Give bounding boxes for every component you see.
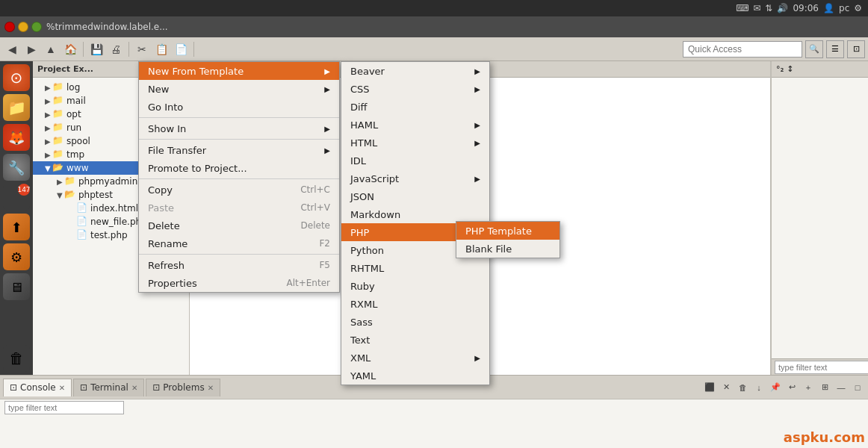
screen-icon[interactable]: 🖥: [3, 273, 30, 300]
php-submenu-item-blank[interactable]: Blank File: [456, 240, 559, 258]
submenu-item-rxml[interactable]: RXML: [341, 295, 489, 313]
forward-button[interactable]: ▶: [22, 40, 40, 58]
arrow-icon-file-transfer: ▶: [324, 146, 330, 155]
tab-label-console: Console: [20, 382, 56, 393]
upload-icon[interactable]: ⬆: [3, 214, 30, 240]
console-filter-input[interactable]: [4, 401, 124, 414]
tree-label-index: index.html: [90, 203, 138, 214]
up-button[interactable]: ▲: [42, 40, 60, 58]
mail-icon[interactable]: ✉: [753, 3, 760, 13]
back-button[interactable]: ◀: [3, 40, 21, 58]
gear-icon[interactable]: ⚙: [3, 243, 30, 270]
menu-item-delete[interactable]: Delete Delete: [139, 217, 339, 234]
php-submenu-item-template[interactable]: PHP Template: [456, 222, 559, 240]
panel-clear-btn[interactable]: 🗑: [735, 380, 750, 395]
tab-problems[interactable]: ⊡ Problems ✕: [146, 379, 220, 396]
tab-console[interactable]: ⊡ Console ✕: [3, 379, 72, 396]
quick-access-input[interactable]: [683, 41, 802, 57]
submenu-label-text: Text: [350, 335, 370, 346]
project-pane-title: Project Ex...: [37, 64, 93, 74]
panel-scroll-btn[interactable]: ↓: [751, 380, 766, 395]
folder-icon-phpmyadmin: 📁: [64, 175, 76, 187]
menu-item-file-transfer[interactable]: File Transfer ▶: [139, 141, 339, 159]
submenu-item-rhtml[interactable]: RHTML: [341, 259, 489, 277]
panel-max-btn[interactable]: □: [850, 380, 865, 395]
files-icon[interactable]: 📁: [3, 94, 30, 121]
panel-pin-btn[interactable]: 📌: [768, 380, 783, 395]
submenu-item-text[interactable]: Text: [341, 331, 489, 349]
submenu-item-yaml[interactable]: YAML: [341, 367, 489, 385]
menu-label-new-from-template: New From Template: [148, 66, 244, 77]
wrench-icon[interactable]: 🔧: [3, 154, 30, 181]
submenu-item-haml[interactable]: HAML ▶: [341, 116, 489, 134]
menu-item-show-in[interactable]: Show In ▶: [139, 119, 339, 137]
menu-item-promote[interactable]: Promote to Project...: [139, 159, 339, 177]
menu-item-rename[interactable]: Rename F2: [139, 234, 339, 252]
menu-item-new[interactable]: New ▶: [139, 80, 339, 98]
menu-item-properties[interactable]: Properties Alt+Enter: [139, 274, 339, 292]
paste-button[interactable]: 📄: [172, 40, 190, 58]
menu-item-new-from-template[interactable]: New From Template ▶: [139, 62, 339, 80]
outline-sort-icon[interactable]: ↕: [787, 64, 793, 74]
menu-item-copy[interactable]: Copy Ctrl+C: [139, 181, 339, 199]
print-button[interactable]: 🖨: [107, 40, 125, 58]
view-toggle-button[interactable]: ☰: [826, 40, 844, 58]
submenu-item-diff[interactable]: Diff: [341, 98, 489, 116]
submenu-item-html[interactable]: HTML ▶: [341, 134, 489, 152]
volume-icon[interactable]: 🔊: [777, 3, 788, 13]
settings-icon[interactable]: ⚙: [854, 3, 862, 13]
home-button[interactable]: 🏠: [61, 40, 79, 58]
shortcut-properties: Alt+Enter: [286, 278, 330, 288]
submenu-item-css[interactable]: CSS ▶: [341, 80, 489, 98]
save-button[interactable]: 💾: [87, 40, 105, 58]
outline-filter-input[interactable]: [775, 361, 868, 374]
menu-item-paste[interactable]: Paste Ctrl+V: [139, 199, 339, 217]
terminal-close-icon[interactable]: ✕: [131, 384, 137, 392]
main-context-menu[interactable]: New From Template ▶ New ▶ Go Into Show I…: [138, 61, 340, 293]
firefox-icon[interactable]: 🦊: [3, 124, 30, 151]
window-controls[interactable]: [4, 22, 42, 32]
keyboard-icon[interactable]: ⌨: [736, 3, 748, 13]
submenu-label-rxml: RXML: [350, 299, 377, 310]
arrow-icon-css: ▶: [474, 85, 480, 93]
submenu-item-sass[interactable]: Sass: [341, 313, 489, 331]
folder-icon-mail: 📁: [52, 95, 64, 107]
minimize-button[interactable]: [18, 22, 28, 32]
submenu-item-idl[interactable]: IDL: [341, 152, 489, 169]
problems-close-icon[interactable]: ✕: [208, 384, 214, 392]
copy-button[interactable]: 📋: [152, 40, 170, 58]
menu-label-promote: Promote to Project...: [148, 163, 247, 174]
maximize-button[interactable]: [31, 22, 42, 32]
shortcut-paste: Ctrl+V: [300, 202, 330, 213]
submenu-php[interactable]: PHP Template Blank File: [456, 221, 560, 258]
menu-label-rename: Rename: [148, 238, 187, 249]
tab-terminal[interactable]: ⊡ Terminal ✕: [73, 379, 144, 396]
quick-access-icon[interactable]: 🔍: [805, 40, 823, 58]
console-close-icon[interactable]: ✕: [59, 384, 65, 392]
panel-min-btn[interactable]: —: [834, 380, 849, 395]
submenu-item-xml[interactable]: XML ▶: [341, 349, 489, 367]
outline-content: [772, 78, 868, 358]
outline-filter-bar: [772, 358, 868, 375]
system-bar-icons: ⌨ ✉ ⇅ 🔊 09:06 👤 pc ⚙: [736, 3, 862, 13]
badge-icon[interactable]: 147: [3, 184, 30, 211]
submenu-item-json[interactable]: JSON: [341, 187, 489, 205]
trash-icon[interactable]: 🗑: [3, 345, 30, 372]
menu-item-refresh[interactable]: Refresh F5: [139, 256, 339, 274]
submenu-item-ruby[interactable]: Ruby: [341, 277, 489, 295]
cut-button[interactable]: ✂: [133, 40, 151, 58]
panel-new-console-btn[interactable]: +: [801, 380, 816, 395]
panel-word-wrap-btn[interactable]: ↩: [784, 380, 799, 395]
shortcut-copy: Ctrl+C: [300, 184, 330, 195]
network-icon[interactable]: ⇅: [765, 3, 772, 13]
ubuntu-icon[interactable]: ⊙: [3, 64, 30, 91]
panel-terminate-btn[interactable]: ✕: [719, 380, 734, 395]
submenu-item-javascript[interactable]: JavaScript ▶: [341, 169, 489, 187]
menu-item-go-into[interactable]: Go Into: [139, 98, 339, 116]
panel-stop-btn[interactable]: ⬛: [702, 380, 717, 395]
close-button[interactable]: [4, 22, 15, 32]
panel-layout-btn[interactable]: ⊞: [817, 380, 832, 395]
submenu-item-beaver[interactable]: Beaver ▶: [341, 62, 489, 80]
maximize-panel-button[interactable]: ⊡: [847, 40, 865, 58]
user-icon: 👤: [823, 3, 834, 13]
